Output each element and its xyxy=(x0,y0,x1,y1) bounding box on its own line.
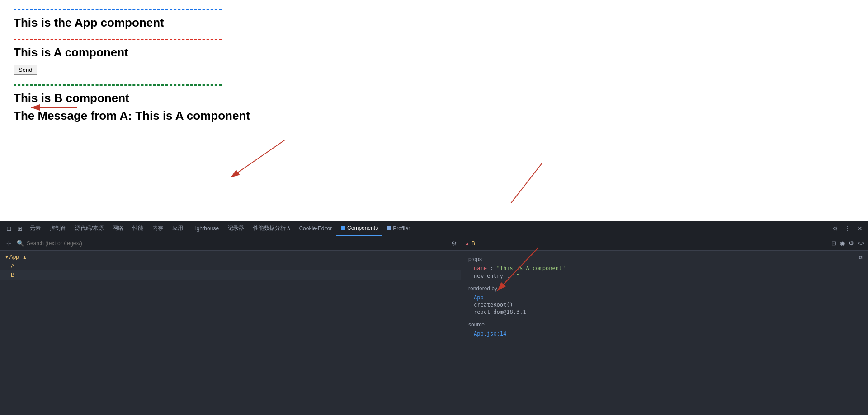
tab-lighthouse[interactable]: Lighthouse xyxy=(188,221,223,236)
devtools-body: ⊹ 🔍 ⚙ ▾ App ▲ A B xyxy=(0,236,868,415)
bug-icon[interactable]: ⚙ xyxy=(849,240,854,247)
search-input[interactable] xyxy=(27,240,448,247)
source-label: source xyxy=(468,322,861,328)
tab-performance[interactable]: 性能 xyxy=(128,221,148,236)
profiler-tab-icon xyxy=(387,226,391,230)
tab-components[interactable]: Components xyxy=(336,221,382,236)
svg-line-4 xyxy=(511,163,542,203)
prop-newentry-line: new entry : "" xyxy=(468,273,861,279)
tab-cookie-editor[interactable]: Cookie-Editor xyxy=(294,221,336,236)
component-detail-topbar: ▲ B ⊡ ◉ ⚙ <> xyxy=(461,236,868,251)
component-tree-panel: ⊹ 🔍 ⚙ ▾ App ▲ A B xyxy=(0,236,461,415)
devtools-right-icons: ⚙ ⋮ ✕ xyxy=(830,224,864,233)
inspect-element-icon[interactable]: ⊡ xyxy=(831,240,836,247)
prop-name-value: "This is A component" xyxy=(497,265,566,271)
props-panel-content: props name : "This is A component" new e… xyxy=(461,251,868,415)
props-label: props xyxy=(468,256,861,262)
component-tree: ▾ App ▲ A B xyxy=(0,251,461,415)
prop-newentry-value: "" xyxy=(513,273,519,279)
a-component-title: This is A component xyxy=(14,46,854,60)
rendered-by-section: rendered by App createRoot() react-dom@1… xyxy=(468,285,861,315)
tab-elements[interactable]: 元素 xyxy=(25,221,45,236)
component-badge: ▲ B xyxy=(465,240,475,247)
component-badge-label: B xyxy=(472,240,475,247)
rendered-by-app[interactable]: App xyxy=(468,294,861,301)
search-settings-icon[interactable]: ⚙ xyxy=(451,240,457,247)
props-section: props name : "This is A component" new e… xyxy=(468,256,861,279)
eye-icon[interactable]: ◉ xyxy=(840,240,845,247)
rendered-by-reactdom: react-dom@18.3.1 xyxy=(468,309,861,315)
copy-to-clipboard-icon[interactable]: ⧉ xyxy=(859,254,863,261)
send-button[interactable]: Send xyxy=(14,65,37,75)
tab-recorder[interactable]: 记录器 xyxy=(223,221,249,236)
warning-triangle-icon: ▲ xyxy=(465,241,470,246)
prop-newentry-key: new entry xyxy=(474,273,503,279)
tab-perf-insights[interactable]: 性能数据分析 λ xyxy=(249,221,294,236)
source-section: source App.jsx:14 xyxy=(468,322,861,337)
code-icon[interactable]: <> xyxy=(858,240,864,247)
tree-item-a[interactable]: A xyxy=(0,261,461,270)
tab-console[interactable]: 控制台 xyxy=(45,221,71,236)
devtools-settings-icon[interactable]: ⚙ xyxy=(830,224,840,233)
rendered-by-createroot: createRoot() xyxy=(468,302,861,308)
tab-sources[interactable]: 源代码/来源 xyxy=(71,221,108,236)
devtools-icon-inspect[interactable]: ⊡ xyxy=(4,221,14,236)
prop-name-key: name xyxy=(474,265,487,271)
tab-network[interactable]: 网络 xyxy=(108,221,128,236)
cursor-icon[interactable]: ⊹ xyxy=(4,236,14,250)
tree-item-b[interactable]: B xyxy=(0,270,461,280)
app-component-title: This is the App component xyxy=(14,16,854,30)
b-component-title: This is B component xyxy=(14,91,854,105)
red-dashed-line xyxy=(14,39,222,40)
component-props-panel: ▲ B ⊡ ◉ ⚙ <> props name : xyxy=(461,236,868,415)
tab-memory[interactable]: 内存 xyxy=(148,221,168,236)
devtools-more-icon[interactable]: ⋮ xyxy=(843,224,853,233)
tree-item-app[interactable]: ▾ App ▲ xyxy=(0,252,461,261)
component-search-bar: ⊹ 🔍 ⚙ xyxy=(0,236,461,251)
right-top-icon-bar: ⊡ ◉ ⚙ <> xyxy=(831,240,864,247)
devtools-tabbar: ⊡ ⊞ 元素 控制台 源代码/来源 网络 性能 内存 应用 Lighthouse… xyxy=(0,221,868,236)
green-dashed-line xyxy=(14,84,222,86)
source-file[interactable]: App.jsx:14 xyxy=(468,331,861,337)
browser-content: This is the App component This is A comp… xyxy=(0,0,868,221)
svg-line-3 xyxy=(231,140,285,177)
b-component-message: The Message from A: This is A component xyxy=(14,109,854,123)
devtools-panel: ⊡ ⊞ 元素 控制台 源代码/来源 网络 性能 内存 应用 Lighthouse… xyxy=(0,221,868,415)
prop-name-line: name : "This is A component" xyxy=(468,265,861,271)
search-icon: 🔍 xyxy=(17,240,24,247)
devtools-close-icon[interactable]: ✕ xyxy=(855,224,864,233)
tab-profiler[interactable]: Profiler xyxy=(382,221,415,236)
tab-application[interactable]: 应用 xyxy=(168,221,188,236)
components-tab-icon xyxy=(341,226,345,230)
blue-dashed-line xyxy=(14,9,222,10)
devtools-icon-device[interactable]: ⊞ xyxy=(14,221,25,236)
rendered-by-label: rendered by xyxy=(468,285,861,292)
